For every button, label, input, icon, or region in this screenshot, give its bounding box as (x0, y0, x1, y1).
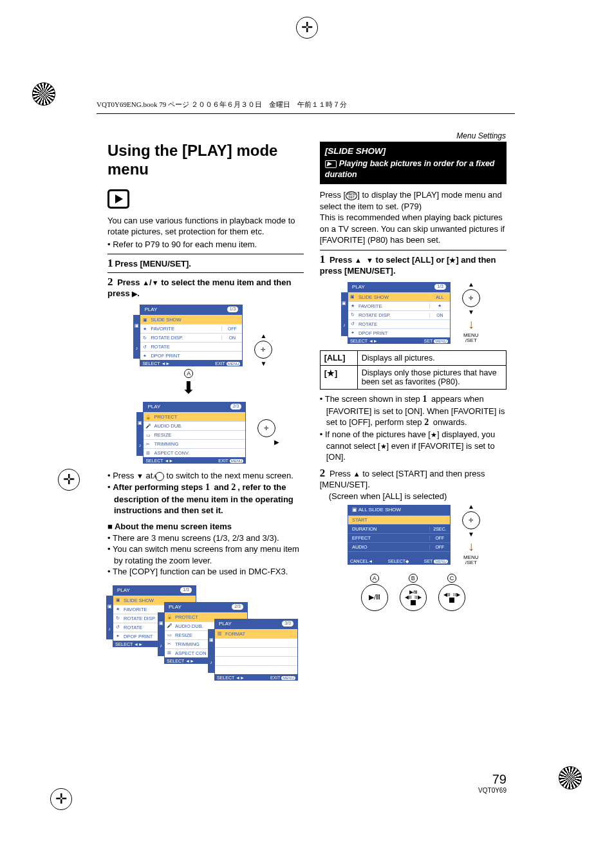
print-header: VQT0Y69ENG.book 79 ページ ２００６年６月３０日 金曜日 午前… (97, 100, 515, 114)
menu-set-button-icon: MENUSET (346, 191, 357, 200)
about-item: There are 3 menu screens (1/3, 2/3 and 3… (107, 533, 304, 544)
intro-text: You can use various functions in playbac… (107, 215, 304, 238)
right-column: [SLIDE SHOW] Playing back pictures in or… (320, 142, 507, 810)
star-icon (449, 255, 456, 265)
remote-controls: A▶/II B▶/II◀II II▶ C◀II II▶ (320, 574, 507, 611)
nav-right-icon: ▶ (274, 439, 279, 446)
right-step-1: 1 Press to select [ALL] or [] and then p… (320, 250, 507, 276)
right-menu-screenshot-1: ▣♪ PLAY1/3 ▣SLIDE SHOWALL ★FAVORITE★ ↻RO… (320, 278, 507, 346)
joystick-icon: ✛ (462, 289, 480, 307)
slideshow-intro-2: This is recommended when playing back pi… (320, 212, 507, 246)
page-footer: 79 VQT0Y69 (478, 772, 507, 794)
menu-screenshot-2: ▣♪ PLAY2/3 🔒PROTECT 🎤AUDIO DUB. ▭RESIZE … (107, 398, 304, 466)
right-menu-screenshot-2: ▣ ALL SLIDE SHOW START DURATION2SEC. EFF… (320, 501, 507, 567)
running-header: Menu Settings (456, 131, 506, 140)
step-1: 1Press [MENU/SET]. (107, 254, 304, 273)
menu-set-label: MENU/SET (463, 555, 479, 565)
nav-down-icon: ▼ (468, 531, 474, 538)
crop-mark-icon (559, 766, 582, 789)
up-arrow-icon (353, 469, 360, 478)
slideshow-intro: Press [MENUSET] to display the [PLAY] mo… (320, 189, 507, 212)
registration-target-icon (58, 469, 80, 491)
slideshow-heading-box: [SLIDE SHOW] Playing back pictures in or… (320, 142, 507, 184)
right-note: The screen shown in step 1 appears when … (320, 393, 507, 429)
crop-mark-icon (32, 82, 55, 106)
left-column: Using the [PLAY] mode menu You can use v… (107, 142, 304, 810)
nav-up-icon: ▲ (260, 332, 266, 339)
registration-target-icon (50, 788, 72, 810)
menu-set-label: MENU/SET (463, 333, 479, 343)
step-2: 2 Press / to select the menu item and th… (107, 276, 304, 298)
right-step-2-note: (Screen when [ALL] is selected) (329, 491, 507, 501)
joystick-icon: ✛ (254, 341, 272, 359)
intro-ref: Refer to P79 to 90 for each menu item. (107, 239, 304, 250)
page-title: Using the [PLAY] mode menu (107, 142, 304, 179)
select-arrow-icon (468, 539, 474, 554)
right-note: If none of the pictures have [] displaye… (320, 429, 507, 463)
about-item: The [COPY] function can be used in DMC-F… (107, 566, 304, 578)
right-step-2: 2 Press to select [START] and then press… (320, 467, 507, 501)
label-a: A (184, 369, 193, 378)
book-line: VQT0Y69ENG.book 79 ページ ２００６年６月３０日 金曜日 午前… (97, 100, 347, 108)
nav-up-icon: ▲ (468, 503, 474, 510)
label-a: A (370, 574, 379, 583)
label-b: B (409, 574, 418, 583)
about-item: You can switch menu screens from any men… (107, 543, 304, 566)
down-arrow-icon (152, 278, 159, 287)
stacked-menu-screenshots: ▣♪ PLAY1/3 ▣SLIDE SHOW ★FAVORITE ↻ROTATE… (107, 581, 304, 704)
press-at-a-note: Press at A to switch to the next menu sc… (107, 470, 304, 482)
up-arrow-icon (142, 278, 149, 287)
registration-target-icon (296, 17, 318, 39)
slideshow-icon (325, 160, 337, 168)
nav-down-icon: ▼ (260, 360, 266, 367)
options-table: [ALL]Displays all pictures. [★]Displays … (320, 350, 507, 390)
nav-up-icon: ▲ (468, 281, 474, 288)
playback-mode-icon (107, 189, 129, 209)
down-transition-icon (135, 378, 243, 398)
select-arrow-icon (468, 317, 474, 332)
up-arrow-icon (355, 255, 362, 265)
down-arrow-icon (366, 255, 373, 265)
nav-down-icon: ▼ (468, 308, 474, 316)
joystick-icon: ✛ (257, 419, 275, 437)
label-c: C (447, 574, 456, 583)
about-heading: About the menu screen items (107, 522, 304, 531)
joystick-icon: ✛ (462, 511, 480, 529)
after-steps-note: After performing steps 1 and 2, refer to… (107, 482, 304, 516)
menu-screenshot-1: ▣♪ PLAY1/3 ▣SLIDE SHOW ★FAVORITEOFF ↻ROT… (107, 301, 304, 398)
